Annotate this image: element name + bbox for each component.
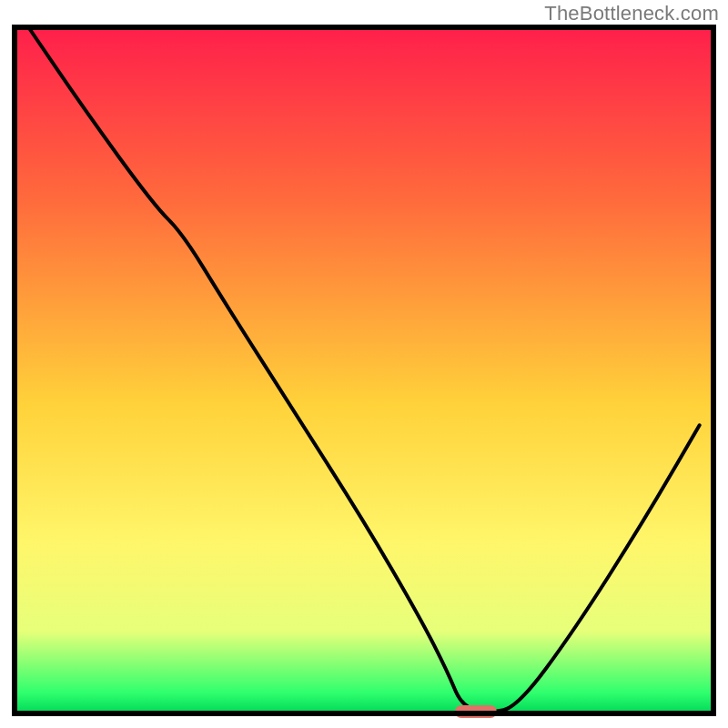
gradient-background: [15, 27, 713, 713]
watermark-label: TheBottleneck.com: [544, 2, 719, 25]
chart-svg: [0, 0, 728, 728]
bottleneck-chart: TheBottleneck.com: [0, 0, 728, 728]
plot-area: [15, 27, 713, 718]
